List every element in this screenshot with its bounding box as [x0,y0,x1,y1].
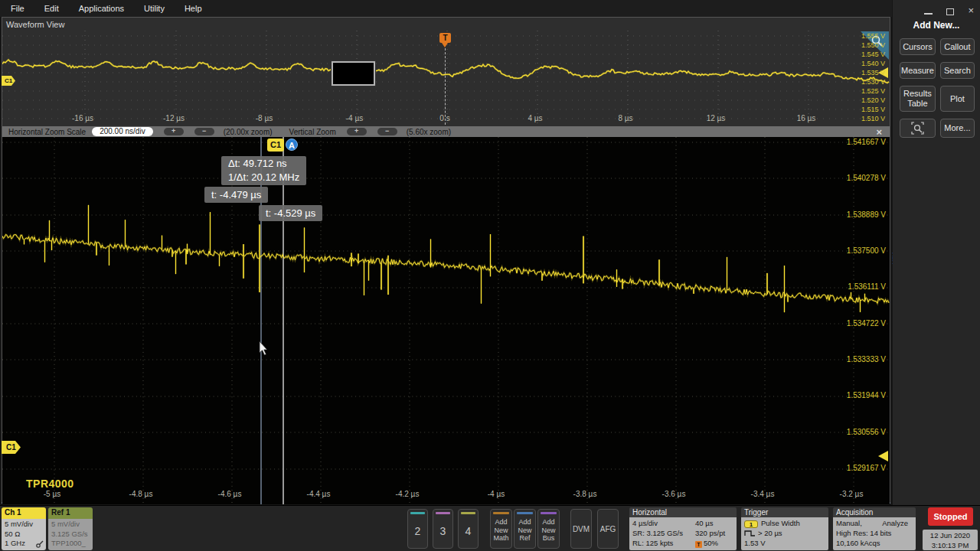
add-new-title: Add New... [893,20,980,31]
channel-2-color-stripe [410,512,425,514]
plot-button[interactable]: Plot [940,86,975,112]
zoom-voltage-tick: 1.530556 V [823,428,886,436]
menu-utility[interactable]: Utility [144,4,165,13]
h-trigger-position: 50% [704,539,718,547]
horizontal-title: Horizontal [629,507,737,517]
acq-mode: Manual, [836,518,862,528]
acq-resolution: High Res: 14 bits [836,528,913,538]
h-zoom-scale-label: Horizontal Zoom Scale [8,128,86,136]
overview-zoom-selection-box[interactable] [332,61,375,86]
trigger-title: Trigger [741,507,828,517]
channel-4-number: 4 [459,525,478,537]
ref-1-badge[interactable]: Ref 1 5 mV/div 3.125 GS/s TPP1000_ [48,507,93,550]
acquisition-panel[interactable]: Acquisition Manual, Analyze High Res: 14… [833,507,916,550]
h-scale: 4 µs/div [632,518,695,528]
close-icon[interactable]: × [968,5,974,16]
menu-edit[interactable]: Edit [44,4,59,13]
channel-3-color-stripe [436,512,450,514]
zoom-select-button[interactable] [900,119,936,138]
h-zoom-scale-value[interactable]: 200.00 ns/div [92,127,153,136]
channel-2-button[interactable]: 2 [407,509,428,549]
zoom-control-bar: Horizontal Zoom Scale 200.00 ns/div + − … [2,126,890,137]
ch1-scale: 5 mV/div [5,520,43,530]
horizontal-panel[interactable]: Horizontal 4 µs/div 40 µs SR: 3.125 GS/s… [629,507,737,550]
window-controls: × [924,5,974,17]
restore-icon[interactable] [946,8,954,15]
run-stop-status-button[interactable]: Stopped [928,507,973,526]
zoom-time-tick: -4 µs [488,490,505,498]
cursor-source-badge[interactable]: C1 [267,139,284,152]
menu-applications[interactable]: Applications [79,4,124,13]
date-value: 12 Jun 2020 [923,530,978,540]
zoom-close-icon[interactable]: × [876,126,882,138]
ch1-impedance: 50 Ω [5,530,43,540]
measure-button[interactable]: Measure [900,62,936,79]
afg-button[interactable]: AFG [597,509,619,549]
dvm-button[interactable]: DVM [570,509,592,549]
cursors-button[interactable]: Cursors [900,38,936,55]
zoom-time-tick: -4.2 µs [396,490,420,498]
overview-voltage-tick: 1.540 V [839,60,885,67]
zoom-time-tick: -3.2 µs [840,490,864,498]
overview-time-tick: 8 µs [618,114,632,122]
v-zoom-minus-button[interactable]: − [377,128,397,135]
menu-file[interactable]: File [11,4,24,13]
h-recordlength: RL: 125 kpts [632,538,695,548]
trigger-panel[interactable]: Trigger 1Pulse Width > 20 µs 1.53 V [741,507,828,550]
zoom-voltage-tick: 1.531944 V [823,391,886,399]
dvm-label: DVM [571,525,591,533]
results-table-button[interactable]: Results Table [900,86,936,112]
cursor-b-time-readout[interactable]: t: -4.529 µs [259,205,322,221]
callout-button[interactable]: Callout [940,38,975,55]
zoom-view-plot[interactable] [2,137,890,504]
inverse-delta-t-value: 1/Δt: 20.12 MHz [228,171,299,184]
delta-t-value: Δt: 49.712 ns [228,157,299,171]
zoom-voltage-tick: 1.533333 V [823,355,886,364]
h-zoom-plus-button[interactable]: + [164,128,184,135]
search-button[interactable]: Search [940,62,975,79]
h-zoom-factor: (20.00x zoom) [224,128,273,136]
oscilloscope-app: File Edit Applications Utility Help Wave… [0,0,980,551]
zoom-voltage-tick: 1.538889 V [823,210,886,219]
cursor-a-time-readout[interactable]: t: -4.479 µs [204,187,268,203]
v-zoom-label: Vertical Zoom [289,128,336,136]
probe-icon [36,540,44,548]
zoom-voltage-tick: 1.540278 V [823,174,886,182]
minimize-icon[interactable] [924,13,933,15]
mouse-pointer-icon [259,341,270,357]
cursor-delta-readout[interactable]: Δt: 49.712 ns 1/Δt: 20.12 MHz [221,156,306,185]
zoom-time-tick: -5 µs [44,490,60,498]
zoom-channel-level-arrow[interactable] [878,451,888,461]
math-color-stripe [493,512,509,514]
add-new-bus-label: Add New Bus [538,518,559,543]
add-new-bus-button[interactable]: Add New Bus [537,509,560,549]
overview-voltage-tick: 1.535 V [839,69,885,77]
overview-time-tick: 12 µs [707,114,726,122]
bus-color-stripe [541,512,557,514]
channel-4-button[interactable]: 4 [458,509,479,549]
h-zoom-minus-button[interactable]: − [194,128,214,135]
model-label: TPR4000 [26,478,74,490]
add-new-math-button[interactable]: Add New Math [490,509,512,549]
add-new-button-grid: Cursors Callout Measure Search Results T… [893,31,980,138]
menu-help[interactable]: Help [185,4,202,13]
zoom-time-tick: -3.6 µs [662,490,686,498]
bottom-settings-bar: Ch 1 5 mV/div 50 Ω 1 GHz Ref 1 5 mV/div … [0,505,980,551]
h-resolution: 320 ps/pt [695,528,733,538]
magnifier-select-icon [911,122,924,135]
overview-voltage-tick: 1.520 V [839,96,885,104]
channel-3-button[interactable]: 3 [433,509,453,549]
channel-1-badge[interactable]: Ch 1 5 mV/div 50 Ω 1 GHz [2,507,46,550]
zoom-voltage-tick: 1.536111 V [823,282,886,291]
overview-time-tick: 4 µs [528,114,542,122]
cursor-a-badge[interactable]: A [286,139,298,151]
add-new-ref-button[interactable]: Add New Ref [514,509,536,549]
more-button[interactable]: More... [940,119,975,138]
menu-bar: File Edit Applications Utility Help [0,0,892,17]
channel-2-number: 2 [408,525,427,537]
zoom-voltage-tick: 1.529167 V [823,464,886,472]
view-tab-waveform[interactable]: Waveform View [6,20,64,29]
v-zoom-plus-button[interactable]: + [347,128,367,135]
trigger-marker-icon[interactable]: T [439,33,451,43]
zoom-time-tick: -3.4 µs [751,490,775,498]
